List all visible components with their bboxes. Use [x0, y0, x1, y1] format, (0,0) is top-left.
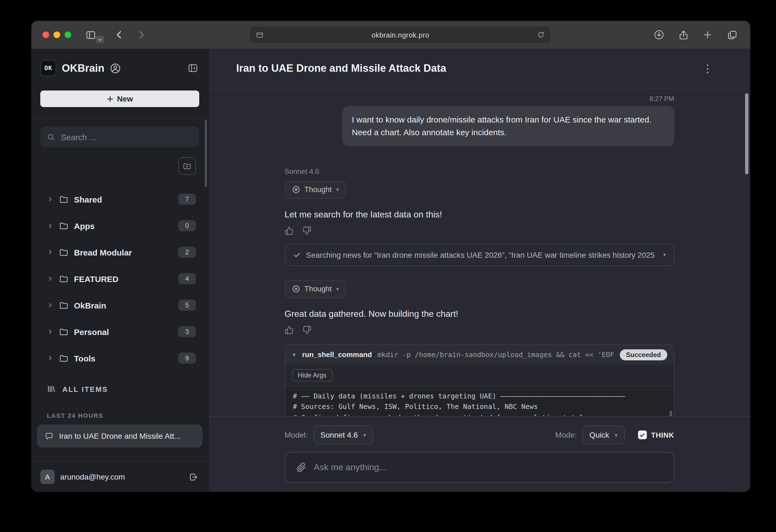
folder-icon: [59, 195, 68, 204]
sidebar-panel-icon: [85, 29, 96, 40]
new-button[interactable]: New: [40, 91, 199, 107]
minimize-window-button[interactable]: [53, 31, 60, 38]
sidebar-item-shared[interactable]: Shared 7: [31, 186, 208, 212]
chevron-right-icon[interactable]: [47, 302, 53, 309]
app-name: OKBrain: [62, 62, 104, 74]
reload-button[interactable]: [537, 31, 545, 39]
thumbs-down-button[interactable]: [302, 325, 311, 334]
avatar: A: [40, 470, 55, 484]
all-items-icon: [47, 385, 56, 393]
folder-count-badge: 9: [178, 353, 196, 364]
sidebar-item-bread-modular[interactable]: Bread Modular 2: [31, 239, 208, 265]
new-folder-button[interactable]: [178, 157, 196, 175]
forward-button[interactable]: [134, 28, 149, 42]
chat-header: Iran to UAE Drone and Missile Attack Dat…: [209, 49, 750, 88]
thought-toggle-button[interactable]: Thought ▾: [284, 181, 346, 198]
chevron-right-icon[interactable]: [47, 276, 53, 282]
message-timestamp: 8:27 PM: [284, 95, 674, 103]
tool-call-header[interactable]: ▼ run_shell_command mkdir -p /home/brain…: [285, 345, 673, 364]
search-input[interactable]: [60, 132, 193, 142]
chevron-left-icon: [114, 30, 124, 40]
model-select-value: Sonnet 4.6: [321, 430, 358, 439]
thumbs-up-button[interactable]: [284, 226, 294, 235]
folder-count-badge: 7: [178, 194, 196, 205]
sidebar-item-recent-chat[interactable]: Iran to UAE Drone and Missile Att...: [37, 424, 203, 448]
share-button[interactable]: [676, 28, 691, 42]
app-logo: OK: [40, 60, 56, 76]
folder-count-badge: 2: [178, 247, 196, 258]
user-email: arunoda@hey.com: [60, 473, 183, 481]
downloads-button[interactable]: [652, 28, 666, 42]
code-line: # Confirmed figures marked; other days e…: [293, 412, 666, 416]
folder-count-badge: 5: [178, 300, 196, 311]
mode-label: Mode:: [555, 430, 577, 439]
sidebar-collapse-button[interactable]: [188, 63, 198, 73]
sidebar-item-personal[interactable]: Personal 3: [31, 318, 208, 345]
folder-label: Shared: [74, 195, 173, 204]
more-options-button[interactable]: ⋮: [702, 63, 714, 74]
chevron-right-icon[interactable]: [47, 196, 53, 202]
sidebar-item-featured[interactable]: FEATURED 4: [31, 265, 208, 292]
chevron-down-icon: ▾: [663, 252, 666, 258]
url-text: okbrain.ngrok.pro: [264, 31, 537, 39]
message-input[interactable]: [313, 462, 670, 473]
all-items-label: ALL ITEMS: [62, 385, 108, 393]
thought-toggle-button[interactable]: Thought ▾: [284, 280, 346, 298]
folder-tree: Shared 7 Apps 0 Bread Modular 2: [31, 186, 208, 371]
zoom-window-button[interactable]: [64, 31, 71, 38]
think-checkbox[interactable]: [638, 430, 647, 439]
tab-overview-button[interactable]: [725, 28, 739, 42]
sidebar-toggle-caret-button[interactable]: [95, 36, 104, 43]
main-scrollbar[interactable]: [745, 93, 748, 174]
tool-code-block: # —— Daily data (missiles + drones targe…: [285, 386, 673, 416]
close-window-button[interactable]: [42, 31, 49, 38]
browser-sidebar-toggle-button[interactable]: [83, 28, 98, 42]
address-bar[interactable]: okbrain.ngrok.pro: [250, 26, 550, 43]
new-tab-button[interactable]: [701, 28, 715, 42]
browser-window: okbrain.ngrok.pro: [31, 21, 750, 492]
sidebar-divider: [31, 118, 208, 119]
page-title: Iran to UAE Drone and Missile Attack Dat…: [236, 62, 446, 74]
back-button[interactable]: [112, 28, 127, 42]
mode-select[interactable]: Quick ▾: [582, 425, 625, 444]
chevron-right-icon[interactable]: [47, 328, 53, 335]
sidebar-item-apps[interactable]: Apps 0: [31, 212, 208, 239]
chevron-right-icon: [136, 30, 146, 40]
think-label: THINK: [651, 431, 674, 439]
code-scrollbar[interactable]: [669, 410, 672, 416]
search-status-row[interactable]: Searching news for “Iran drone missile a…: [284, 244, 674, 266]
composer: Model: Sonnet 4.6 ▾ Mode: Quick ▾: [209, 416, 750, 492]
chevron-right-icon[interactable]: [47, 249, 53, 255]
main-panel: Iran to UAE Drone and Missile Attack Dat…: [209, 49, 750, 492]
account-icon[interactable]: [110, 63, 121, 74]
thought-icon: [292, 285, 300, 293]
folder-label: OkBrain: [74, 301, 173, 310]
thumbs-up-button[interactable]: [284, 325, 294, 334]
chevron-right-icon[interactable]: [47, 222, 53, 229]
check-icon: [293, 251, 301, 258]
thumbs-down-button[interactable]: [302, 226, 311, 235]
logout-button[interactable]: [189, 472, 198, 482]
model-select[interactable]: Sonnet 4.6 ▾: [313, 425, 373, 444]
folder-count-badge: 4: [178, 273, 196, 284]
folder-icon: [59, 353, 68, 363]
attachment-button[interactable]: [296, 463, 306, 473]
hide-args-button[interactable]: Hide Args: [292, 369, 333, 381]
folder-label: Apps: [74, 221, 173, 230]
feedback-row: [284, 226, 674, 235]
sidebar-search[interactable]: [40, 126, 199, 147]
chevron-down-icon: ▾: [336, 187, 339, 193]
code-line: # —— Daily data (missiles + drones targe…: [293, 390, 666, 401]
sidebar-item-tools[interactable]: Tools 9: [31, 345, 208, 371]
folder-icon: [59, 247, 68, 257]
new-button-label: New: [117, 95, 133, 103]
sidebar-scrollbar[interactable]: [205, 120, 207, 187]
all-items-button[interactable]: ALL ITEMS: [31, 378, 208, 400]
folder-count-badge: 0: [178, 220, 196, 231]
chevron-right-icon[interactable]: [47, 355, 53, 361]
model-label: Model:: [284, 430, 308, 439]
sidebar-item-okbrain[interactable]: OkBrain 5: [31, 292, 208, 318]
message-input-box[interactable]: [284, 452, 674, 483]
collapse-triangle-icon: ▼: [292, 352, 297, 357]
folder-icon: [59, 301, 68, 310]
